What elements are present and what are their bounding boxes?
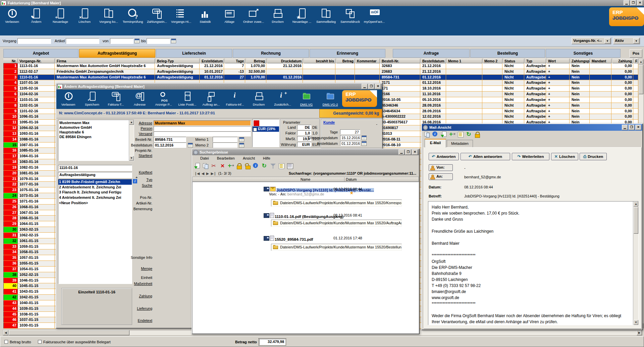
versand-label[interactable]: Versand [136,132,152,136]
column-header-dd[interactable]: Druckdatum [267,59,303,63]
toolbar-button-vorgangs-hi-[interactable]: Vorgangs-Hi... [169,8,193,23]
aendern-toolbar-button-dms-vg[interactable]: DMS.VG [294,91,318,106]
state-dropdown[interactable]: Aktiv ▼ [613,38,640,44]
memo2-field[interactable] [213,142,237,148]
vscroll-thumb[interactable] [634,207,638,234]
adresse-label[interactable]: Adresse [136,121,152,125]
last-page-icon[interactable]: ▶❘ [211,172,216,175]
mail-button-weiterleiten[interactable]: ↷Weiterleiten [512,153,549,160]
tab-bestellung[interactable]: Bestellung [470,49,545,58]
table-row[interactable]: 11113-01-16Mustermann Max Automotive Gmb… [3,63,638,69]
name-column-header[interactable]: Name [301,177,310,181]
scroll-up-icon[interactable]: ▲ [129,120,134,125]
column-header-ed[interactable]: Erstelldatum [201,59,224,63]
column-header-b2[interactable]: Betrag [336,59,355,63]
prev-page-icon[interactable]: ◀ [202,172,204,175]
checked-checkbox[interactable]: ✓ [253,128,257,131]
close-button[interactable]: ✕ [635,125,641,130]
new-document-icon[interactable] [194,163,201,169]
toolbar-button-statistik[interactable]: Statistik [193,8,217,23]
artikel-input[interactable] [66,38,99,44]
info-icon[interactable] [432,131,439,137]
add-link-icon[interactable] [228,163,234,169]
cut-icon[interactable] [211,163,217,169]
tab-metadaten[interactable]: Metadaten [447,140,473,148]
field-label-menge[interactable]: Menge [122,267,152,271]
von-button[interactable]: Von: [429,164,453,171]
minimize-button[interactable]: ▁ [624,0,630,6]
scroll-up-icon[interactable]: ▲ [634,201,638,207]
kopftext-label[interactable]: Kopftext [132,170,152,174]
add-icon[interactable] [449,131,455,137]
position-list[interactable]: 1 8199 Bohr-Frästeil gemäß Zeichn2 Antri… [58,179,132,284]
column-header-bt[interactable]: Beleg-Typ [156,59,200,63]
mail-button-drucken[interactable]: ⎙Drucken [580,153,607,160]
kunde-link[interactable]: Kunde [323,120,335,124]
beleg-typ-field[interactable]: Auftragsbestätigung [58,172,132,178]
column-header-m2[interactable]: Memo 2 [483,59,502,63]
column-header-z[interactable]: Zahlung [612,59,633,63]
unlock-icon[interactable] [245,163,251,169]
aendern-toolbar-button-faktura-inf-[interactable]: Faktura-Inf... [223,91,247,106]
field-label-ma-einheit[interactable]: Maßeinheit [122,282,152,286]
tab-erinnerung[interactable]: Erinnerung [310,49,385,58]
lock-icon[interactable] [236,163,243,169]
vorgang-nr-field[interactable]: 1110-01-16 [58,165,132,171]
copy-icon[interactable] [424,131,430,137]
column-header-typ[interactable]: Typ [525,59,546,63]
toolbar-button-drucken[interactable]: Drucken [266,8,290,23]
first-page-icon[interactable]: ❘◀ [194,172,200,175]
aendern-toolbar-button-zus-tzlich-[interactable]: Zusätzlich... [271,91,294,106]
person-field[interactable] [154,126,251,131]
mail-new-icon[interactable] [441,131,447,137]
result-path[interactable]: Dateien/DMS-Laufwerk/Projekte/Kunde/Must… [271,220,402,227]
column-header-betrag[interactable]: Betrag [246,59,266,63]
table-view-icon[interactable] [287,163,293,169]
parameter-value[interactable]: 1,0 [297,130,311,135]
column-header-m1[interactable]: Memo 1 [447,59,482,63]
bestelldatum-field[interactable]: 01.12.2016 [154,142,186,148]
sort-dropdown[interactable]: Vorgangs-Nr. <-- ▼ [572,38,611,44]
refresh-icon[interactable] [466,131,472,137]
column-header-bd[interactable]: Bestelldatum [421,59,446,63]
position-item[interactable]: 2 Antriebselement lt. Zeichnung Zei [58,185,132,190]
position-item[interactable]: 1 8199 Bohr-Frästeil gemäß Zeichn [58,179,132,185]
column-header-ma[interactable]: Mandant [591,59,611,63]
filter-icon[interactable] [270,163,276,169]
close-button[interactable]: ✕ [637,0,643,6]
field-label-typ[interactable]: Typ [122,178,152,182]
dropdown-arrow-icon[interactable]: ▼ [604,38,610,44]
fakturasuche-checkbox[interactable] [38,340,42,344]
aendern-toolbar-button-faktura-t-[interactable]: Faktura-T... [104,91,128,106]
mail-button-l-schen[interactable]: ✕Löschen [551,153,578,160]
toolbar-button-vorgang-ko-[interactable]: Vorgang ko... [97,8,121,23]
hscroll-thumb[interactable] [9,330,129,335]
field-label-lieferung[interactable]: Lieferung [122,306,152,310]
toolbar-button-ablage[interactable]: Ablage [217,8,241,23]
column-header-bn[interactable]: Bestell-Nr. [381,59,420,63]
table-row[interactable]: 31110-01-16Mustermann Max Automotive Gmb… [3,75,638,80]
field-label-suche[interactable]: Suche [122,183,152,187]
mail-button-antworten[interactable]: ↶Antworten [429,153,459,160]
calendar-icon[interactable] [362,141,367,146]
close-button[interactable]: ✕ [375,84,381,89]
parameter-value[interactable]: DE [297,125,311,130]
person-label[interactable]: Person [136,126,152,130]
aendern-toolbar-button-verlassen[interactable]: Verlassen [56,91,80,106]
address-listbox[interactable]: Mustermann MaxAutomotive GmbHHauptstraße… [58,120,134,161]
tab-sonstiges[interactable]: Sonstiges [546,49,621,58]
toolbar-button-sammeldruck[interactable]: Sammeldruck [338,8,362,23]
vscroll-thumb[interactable] [639,65,643,94]
menu-datei[interactable]: Datei [200,156,209,160]
toolbar-button-terminpr-fung[interactable]: Terminprüfung [121,8,145,23]
copy-icon[interactable] [203,163,209,169]
currency-listbox[interactable]: ✓ EUR (19% [252,119,279,147]
memo1-field[interactable] [213,137,237,142]
column-header-ko[interactable]: Kommentar [356,59,380,63]
aendern-toolbar-button-auftrag-an-[interactable]: Auftrag an... [199,91,223,106]
column-header-wert[interactable]: Wert [547,59,570,63]
toolbar-button-neuanlage[interactable]: +Neuanlage [48,8,72,23]
tab-rechnung[interactable]: Rechnung [233,49,309,58]
parameter-value[interactable]: EUR [297,142,311,147]
column-header-nr[interactable]: Nr. [3,59,18,63]
